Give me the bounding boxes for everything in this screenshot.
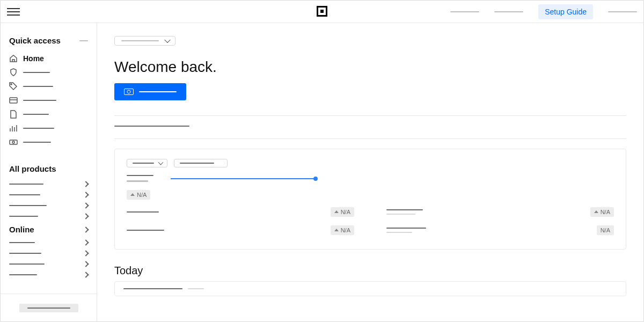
product-item[interactable] [9, 259, 88, 269]
top-link[interactable] [450, 11, 479, 12]
top-link[interactable] [494, 11, 523, 12]
shield-icon [9, 68, 18, 77]
take-payment-button[interactable] [114, 83, 186, 100]
na-badge: N/A [331, 225, 354, 235]
edit-icon[interactable] [79, 40, 88, 41]
metrics-card: N/A N/A N/A N/A N/A [114, 149, 626, 250]
today-heading: Today [114, 265, 626, 277]
stat-label [386, 228, 426, 229]
sidebar-item[interactable] [9, 107, 88, 121]
today-item-label [123, 288, 182, 289]
sidebar-item-label: Home [23, 54, 44, 63]
product-item[interactable] [9, 248, 88, 259]
tag-icon [9, 82, 18, 91]
sidebar-item-label [23, 72, 50, 73]
svg-rect-1 [10, 98, 17, 103]
section-label [114, 126, 189, 127]
period-select[interactable] [127, 159, 167, 167]
chevron-right-icon [83, 250, 89, 256]
sidebar-item-label [23, 86, 53, 87]
product-item[interactable] [9, 211, 88, 222]
chart-icon [9, 124, 18, 133]
chevron-right-icon [83, 192, 89, 197]
cash-icon [9, 138, 18, 147]
sidebar-item-label [23, 100, 56, 101]
product-item[interactable] [9, 179, 88, 189]
product-item[interactable] [9, 237, 88, 248]
sidebar-item[interactable] [9, 135, 88, 149]
setup-guide-button[interactable]: Setup Guide [538, 4, 593, 19]
metric-label [127, 175, 153, 176]
na-badge: N/A [597, 225, 614, 235]
sidebar-item-label [23, 114, 49, 115]
chevron-right-icon [83, 181, 89, 187]
welcome-heading: Welcome back. [114, 58, 626, 76]
product-item[interactable] [9, 200, 88, 211]
sidebar-item-label [23, 142, 51, 143]
sidebar-item-label [23, 128, 54, 129]
sidebar-item-home[interactable]: Home [9, 52, 88, 65]
quick-access-title: Quick access [9, 36, 61, 45]
stat-label [127, 230, 164, 231]
sidebar-item[interactable] [9, 121, 88, 135]
today-item-meta [188, 288, 204, 289]
file-icon [9, 110, 18, 119]
chevron-right-icon [83, 226, 89, 232]
sidebar: Quick access Home [1, 23, 97, 321]
svg-rect-2 [10, 140, 17, 144]
chevron-right-icon [83, 261, 89, 267]
main-content: Welcome back. N/A N/A [97, 23, 643, 321]
metric-value [127, 180, 148, 182]
product-item[interactable] [9, 269, 88, 280]
square-logo[interactable] [317, 6, 327, 17]
stat-label [127, 211, 159, 213]
svg-point-3 [12, 141, 14, 143]
compare-select[interactable] [174, 159, 228, 167]
top-link[interactable] [608, 11, 637, 12]
product-item[interactable] [9, 189, 88, 200]
today-item[interactable] [114, 281, 626, 296]
menu-toggle[interactable] [7, 5, 20, 18]
sidebar-item[interactable] [9, 79, 88, 93]
chevron-right-icon [83, 202, 89, 208]
svg-point-0 [11, 84, 12, 85]
chevron-right-icon [83, 272, 89, 277]
payment-icon [124, 89, 134, 95]
product-item-online[interactable]: Online [9, 222, 88, 237]
progress-bar [171, 178, 316, 179]
chevron-right-icon [83, 239, 89, 245]
location-select[interactable] [114, 36, 175, 46]
home-icon [9, 54, 18, 63]
sidebar-footer[interactable] [1, 294, 97, 321]
card-icon [9, 96, 18, 105]
sidebar-item[interactable] [9, 93, 88, 107]
na-badge: N/A [331, 207, 354, 217]
topbar: Setup Guide [1, 1, 643, 23]
stat-sub [386, 232, 412, 233]
button-label [139, 91, 177, 92]
all-products-title: All products [9, 164, 88, 173]
sidebar-item[interactable] [9, 65, 88, 79]
na-badge: N/A [590, 207, 614, 217]
na-badge: N/A [127, 190, 150, 200]
stat-label [386, 209, 423, 210]
stat-sub [386, 214, 415, 215]
chevron-right-icon [83, 213, 89, 219]
